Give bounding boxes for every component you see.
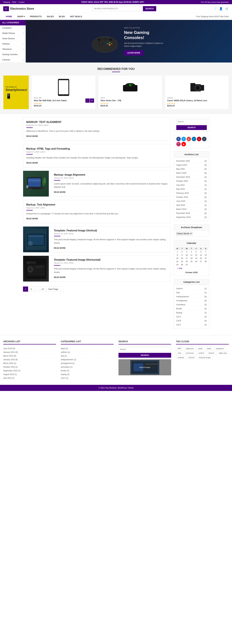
- footer-cat-item[interactable]: border (2): [61, 369, 114, 372]
- cal-day[interactable]: 19: [194, 256, 199, 260]
- post-4-read-more[interactable]: READ MORE: [26, 218, 38, 220]
- youtube-icon[interactable]: ▶: [181, 142, 186, 146]
- hero-cta-button[interactable]: LEARN MORE: [124, 50, 144, 56]
- footer-cat-item[interactable]: Cat A (1): [61, 376, 114, 380]
- cat-arrangement[interactable]: Arrangement(6): [176, 299, 207, 303]
- tumblr-icon[interactable]: t: [202, 137, 207, 141]
- archive-jul2019[interactable]: July 2019(1): [176, 183, 207, 187]
- cal-day[interactable]: 24: [184, 260, 189, 263]
- footer-cat-item[interactable]: asmodeus (1): [61, 365, 114, 369]
- cal-day[interactable]: 15: [175, 256, 180, 260]
- cal-day[interactable]: 4: [189, 250, 194, 254]
- cal-day[interactable]: 27: [199, 260, 203, 263]
- cal-day[interactable]: 2: [180, 250, 184, 254]
- post-2-read-more[interactable]: READ MORE: [26, 162, 38, 164]
- cal-day[interactable]: 1: [175, 250, 180, 254]
- cal-day[interactable]: 10: [184, 254, 189, 256]
- tag-comments[interactable]: comments: [184, 351, 196, 355]
- pinterest-icon[interactable]: p: [197, 137, 201, 141]
- archive-dec2018[interactable]: December 2018(4): [176, 211, 207, 215]
- footer-archive-item[interactable]: October 2010 (1): [3, 365, 56, 369]
- sidebar-item-home-devices[interactable]: Home Devices: [0, 36, 26, 41]
- nav-shop[interactable]: SHOP ▾: [15, 13, 27, 20]
- cal-day[interactable]: 11: [189, 254, 194, 256]
- header-search-button[interactable]: SEARCH: [143, 6, 156, 11]
- tag-categories[interactable]: categories: [214, 347, 226, 350]
- tag-edge-case[interactable]: edge case: [217, 351, 229, 355]
- cal-day[interactable]: 12: [194, 254, 199, 256]
- archive-mar2019[interactable]: March 2019(3): [176, 207, 207, 211]
- googleplus-icon[interactable]: g+: [187, 137, 191, 141]
- footer-archive-item[interactable]: August 2010 (1): [3, 372, 56, 376]
- cat-sub[interactable]: Sub(1): [176, 291, 207, 295]
- sidebar-item-gaming-consoles[interactable]: Gaming Consoles: [0, 52, 26, 57]
- cal-day[interactable]: 30: [180, 263, 184, 266]
- contact-link[interactable]: Contact: [18, 1, 24, 3]
- tag-audio[interactable]: audio: [205, 347, 213, 350]
- archive-mar2020[interactable]: March 2020(6): [176, 171, 207, 175]
- account-icon[interactable]: 👤: [219, 7, 223, 10]
- cal-day[interactable]: 8: [175, 254, 180, 256]
- cal-day[interactable]: 7: [203, 250, 208, 254]
- cart-icon[interactable]: 🛒: [225, 7, 229, 10]
- cat-a[interactable]: Cat A(3): [176, 315, 207, 319]
- cat-antiquarianism[interactable]: Antiquarianism(5): [176, 295, 207, 299]
- footer-cat-item[interactable]: aciform (1): [61, 350, 114, 354]
- cal-day[interactable]: 26: [194, 260, 199, 263]
- archives-dropdown-select[interactable]: Select Month: [176, 232, 192, 235]
- footer-cat-item[interactable]: antiquarianism (1): [61, 358, 114, 362]
- footer-archive-item[interactable]: March 2015 (1): [3, 362, 56, 365]
- cat-buying[interactable]: Buying(1): [176, 311, 207, 315]
- linkedin-icon[interactable]: in: [192, 137, 196, 141]
- post-6-read-more[interactable]: READ MORE: [54, 276, 66, 278]
- cal-day[interactable]: 16: [180, 256, 184, 260]
- footer-archive-item[interactable]: January 2013 (5): [3, 350, 56, 354]
- tag-8bit[interactable]: 8BIT: [176, 347, 183, 350]
- archive-dec2019[interactable]: December 2019(2): [176, 175, 207, 179]
- archive-nov2020[interactable]: November 2020(2): [176, 159, 207, 163]
- cat-c[interactable]: Cat C(2): [176, 323, 207, 327]
- sidebar-item-computers[interactable]: Computers›: [0, 26, 26, 31]
- sidebar-item-software[interactable]: Software›: [0, 41, 26, 46]
- cal-day[interactable]: 13: [199, 254, 203, 256]
- cal-day[interactable]: 20: [199, 256, 203, 260]
- post-1-read-more[interactable]: READ MORE: [26, 135, 38, 138]
- tag-content[interactable]: content: [197, 351, 206, 355]
- wishlist-btn[interactable]: ♡: [85, 98, 90, 103]
- archive-apr2019[interactable]: April 2019(1): [176, 203, 207, 207]
- archive-may2020[interactable]: May 2020(5): [176, 167, 207, 171]
- twitter-icon[interactable]: t: [181, 137, 186, 141]
- post-5-read-more[interactable]: READ MORE: [54, 247, 66, 249]
- sidebar-item-cameras[interactable]: Cameras›: [0, 57, 26, 62]
- page-1-btn[interactable]: 1: [23, 286, 28, 292]
- footer-cat-item[interactable]: aaae (4): [61, 347, 114, 350]
- tag-featured-image[interactable]: featured image: [197, 356, 212, 359]
- archive-feb2019[interactable]: February 2019(4): [176, 191, 207, 195]
- footer-cat-item[interactable]: buying (3): [61, 372, 114, 376]
- footer-archive-item[interactable]: January 2010 (6): [3, 358, 56, 362]
- facebook-icon[interactable]: f: [176, 137, 181, 141]
- archive-jun2019[interactable]: June 2019(4): [176, 199, 207, 203]
- page-12-btn[interactable]: 12: [40, 286, 45, 292]
- archive-aug2020[interactable]: August 2020(3): [176, 163, 207, 167]
- footer-archive-item[interactable]: July 2010 (1): [3, 376, 56, 380]
- sidebar-item-mobile-phones[interactable]: Mobile Phones›: [0, 31, 26, 36]
- header-search-input[interactable]: [92, 6, 143, 11]
- cal-day[interactable]: 31: [184, 263, 189, 266]
- nav-home[interactable]: HOME: [3, 13, 15, 20]
- footer-search-button[interactable]: SEARCH: [118, 353, 171, 358]
- cal-day[interactable]: 18: [189, 256, 194, 260]
- footer-search-input[interactable]: [118, 347, 171, 352]
- archive-may2019[interactable]: May 2019(3): [176, 187, 207, 191]
- cal-day[interactable]: 6: [199, 250, 203, 254]
- footer-cat-item[interactable]: arrangement (1): [61, 362, 114, 365]
- cal-day[interactable]: 22: [175, 260, 180, 263]
- cal-day[interactable]: 5: [194, 250, 199, 254]
- cal-day[interactable]: 14: [203, 254, 208, 256]
- page-2-btn[interactable]: 2: [29, 286, 34, 292]
- cal-day[interactable]: 25: [189, 260, 194, 263]
- cal-day[interactable]: 17: [184, 256, 189, 260]
- footer-archive-item[interactable]: September 2010 (2): [3, 369, 56, 372]
- archive-oct2019b[interactable]: October 2019(2): [176, 195, 207, 199]
- cal-day[interactable]: 29: [175, 263, 180, 266]
